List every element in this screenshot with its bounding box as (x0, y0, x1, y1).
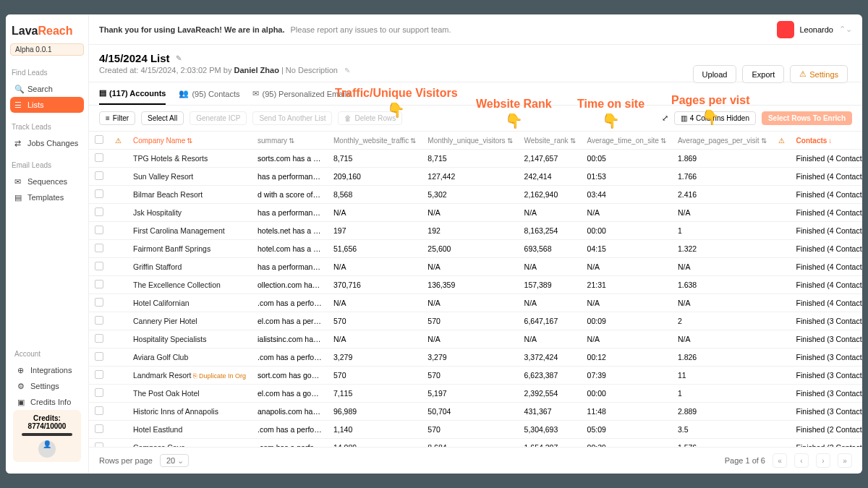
col-traffic[interactable]: Monthly_website_traffic ⇅ (333, 137, 416, 145)
nav-templates[interactable]: ▤Templates (10, 189, 84, 205)
tab-accounts[interactable]: ▤(117) Accounts (99, 82, 166, 105)
table-row[interactable]: Compass Cove .com has a performan... 14,… (89, 439, 862, 448)
cell-contacts: Finished (3 Contacts) (791, 403, 862, 421)
cell-pages: 1.576 (672, 439, 773, 448)
table-row[interactable]: Bilmar Beach Resort d with a score of 80… (89, 186, 862, 204)
table-row[interactable]: Sun Valley Resort has a performance sco.… (89, 168, 862, 186)
cell-rank: 1,654,207 (519, 439, 582, 448)
col-visitors[interactable]: Monthly_unique_visitors ⇅ (427, 137, 512, 145)
cell-pages: N/A (672, 258, 773, 276)
col-rank[interactable]: Website_rank ⇅ (524, 137, 576, 145)
col-time[interactable]: Average_time_on_site ⇅ (587, 137, 666, 145)
emails-icon: ✉ (252, 89, 259, 98)
table-row[interactable]: Hotel Eastlund .com has a performanc... … (89, 421, 862, 439)
table-row[interactable]: First Carolina Management hotels.net has… (89, 222, 862, 240)
col-company[interactable]: Company Name ⇅ (133, 137, 192, 145)
edit-title-icon[interactable]: ✎ (176, 54, 182, 62)
edit-desc-icon[interactable]: ✎ (344, 67, 350, 74)
table-row[interactable]: Historic Inns of Annapolis anapolis.com … (89, 403, 862, 421)
cell-rank: N/A (519, 330, 582, 348)
row-checkbox[interactable] (95, 298, 103, 307)
expand-icon[interactable]: ⤢ (662, 114, 668, 123)
row-checkbox[interactable] (95, 153, 103, 162)
row-checkbox[interactable] (95, 334, 103, 343)
cell-pages: 11 (672, 367, 773, 385)
user-menu[interactable]: Leonardo ⌃⌄ (777, 21, 853, 38)
cell-summary: hotel.com has a perfor... (252, 240, 328, 258)
cell-rank: N/A (519, 294, 582, 312)
row-checkbox[interactable] (95, 244, 103, 252)
cell-traffic: 8,715 (328, 150, 422, 168)
col-pages[interactable]: Average_pages_per_visit ⇅ (678, 137, 767, 145)
export-button[interactable]: Export (742, 65, 784, 83)
enrich-button[interactable]: Select Rows To Enrich (762, 111, 852, 125)
table-row[interactable]: Landmark Resort ⎘ Duplicate In Org sort.… (89, 367, 862, 385)
cell-time: 00:00 (582, 385, 672, 403)
nav-credits-info[interactable]: ▣Credits Info (13, 394, 81, 410)
cell-rank: 5,304,693 (519, 421, 582, 439)
upload-button[interactable]: Upload (693, 65, 737, 83)
tab-contacts[interactable]: 👥(95) Contacts (179, 82, 239, 105)
cell-company: Bilmar Beach Resort (127, 186, 252, 204)
row-checkbox[interactable] (95, 406, 103, 415)
cell-company: Griffin Stafford (127, 258, 252, 276)
row-checkbox[interactable] (95, 226, 103, 234)
table-row[interactable]: Fairmont Banff Springs hotel.com has a p… (89, 240, 862, 258)
row-checkbox[interactable] (95, 262, 103, 270)
filter-button[interactable]: ≡Filter (99, 111, 135, 125)
row-checkbox[interactable] (95, 388, 103, 397)
next-page-button[interactable]: › (816, 453, 830, 468)
settings-button[interactable]: ⚠Settings (790, 65, 848, 83)
cell-visitors: 570 (422, 312, 518, 330)
table-row[interactable]: Hospitality Specialists ialistsinc.com h… (89, 330, 862, 348)
cell-traffic: 570 (328, 312, 422, 330)
cell-traffic: 370,716 (328, 276, 422, 294)
col-contacts[interactable]: Contacts ↓ (796, 137, 833, 145)
cell-pages: 1.322 (672, 240, 773, 258)
rows-per-page-select[interactable]: 20⌄ (160, 454, 189, 467)
table-row[interactable]: Hotel Californian .com has a performan..… (89, 294, 862, 312)
cell-pages: 3.5 (672, 421, 773, 439)
avatar[interactable]: 👤 (38, 440, 56, 458)
row-checkbox[interactable] (95, 171, 103, 180)
table-row[interactable]: Aviara Golf Club .com has a performan...… (89, 348, 862, 367)
cell-company: Aviara Golf Club (127, 348, 252, 367)
cell-time: 05:09 (582, 421, 672, 439)
first-page-button[interactable]: « (773, 453, 787, 468)
table-row[interactable]: Cannery Pier Hotel el.com has a performa… (89, 312, 862, 330)
nav-lists[interactable]: ☰Lists (10, 97, 84, 113)
cell-summary: sort.com has good sec... (252, 367, 328, 385)
cell-company: Sun Valley Resort (127, 168, 252, 186)
last-page-button[interactable]: » (838, 453, 852, 468)
cell-contacts: Finished (4 Contacts) (791, 204, 862, 222)
row-checkbox[interactable] (95, 370, 103, 379)
row-checkbox[interactable] (95, 424, 103, 433)
row-checkbox[interactable] (95, 189, 103, 198)
nav-section-account: Account (13, 347, 81, 361)
send-list-button[interactable]: Send To Another List (252, 111, 332, 125)
row-checkbox[interactable] (95, 316, 103, 325)
table-row[interactable]: TPG Hotels & Resorts sorts.com has a per… (89, 150, 862, 168)
table-row[interactable]: The Excellence Collection ollection.com … (89, 276, 862, 294)
cell-company: Jsk Hospitality (127, 204, 252, 222)
nav-sequences[interactable]: ✉Sequences (10, 174, 84, 189)
table-row[interactable]: Griffin Stafford has a performance sc...… (89, 258, 862, 276)
table-row[interactable]: The Post Oak Hotel el.com has a good ove… (89, 385, 862, 403)
row-checkbox[interactable] (95, 207, 103, 216)
row-checkbox[interactable] (95, 280, 103, 288)
prev-page-button[interactable]: ‹ (794, 453, 809, 468)
select-all-checkbox[interactable] (95, 135, 103, 144)
lists-icon: ☰ (14, 100, 23, 109)
rpp-label: Rows per page (99, 456, 153, 465)
nav-jobs[interactable]: ⇄Jobs Changes (10, 135, 84, 151)
nav-search[interactable]: 🔍Search (10, 81, 84, 97)
nav-settings[interactable]: ⚙Settings (13, 378, 81, 394)
col-summary[interactable]: summary ⇅ (258, 137, 294, 145)
generate-icp-button[interactable]: Generate ICP (190, 111, 247, 125)
table-row[interactable]: Jsk Hospitality has a performance sco...… (89, 204, 862, 222)
nav-integrations[interactable]: ⊕Integrations (13, 362, 81, 378)
select-all-button[interactable]: Select All (141, 111, 184, 125)
cell-contacts: Finished (3 Contacts) (791, 367, 862, 385)
cell-summary: sorts.com has a perfo... (252, 150, 328, 168)
row-checkbox[interactable] (95, 352, 103, 361)
